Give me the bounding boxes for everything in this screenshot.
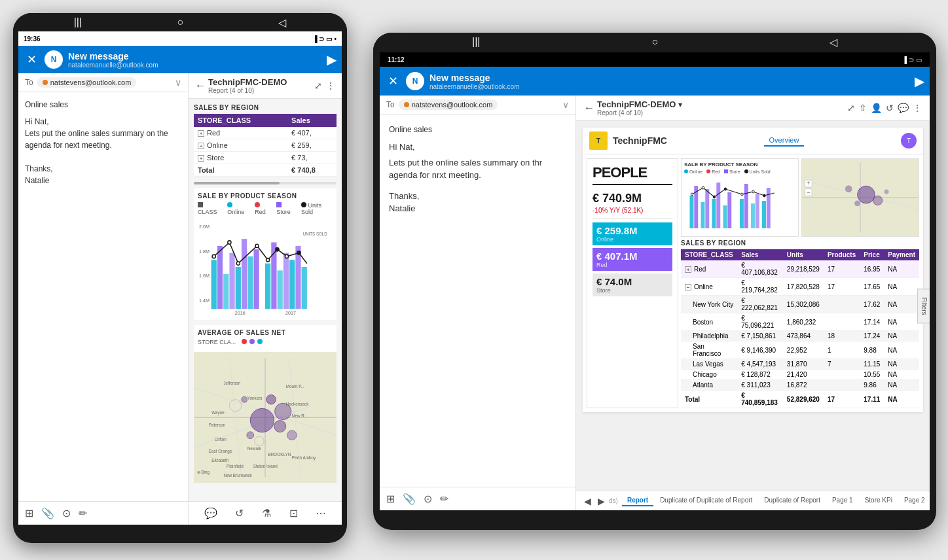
svg-point-26 xyxy=(276,248,279,251)
pbi-nav-tab[interactable]: Overview xyxy=(764,135,805,147)
email-body-line1: Hi Nat, xyxy=(389,141,566,154)
send-button-small[interactable]: ▶ xyxy=(327,52,337,67)
red-kpi: € 407.1M Red xyxy=(592,248,672,271)
close-button-large[interactable]: ✕ xyxy=(385,74,401,88)
filter-icon-small[interactable]: ⚗ xyxy=(262,507,271,519)
back-icon-small[interactable]: ← xyxy=(195,80,206,92)
tab-store-kpi[interactable]: Store KPi xyxy=(860,495,898,506)
expand-icon-large[interactable]: ⤢ xyxy=(847,103,855,113)
clipboard-icon-large[interactable]: ⊞ xyxy=(386,493,395,505)
section-title-sales: SALES BY REGION xyxy=(194,104,337,111)
third-label: Store xyxy=(596,287,668,294)
report-header-small: ← TechnipFMC-DEMO Report (4 of 10) ⤢ ⋮ xyxy=(189,73,342,99)
home-sys-large[interactable]: ○ xyxy=(651,36,658,48)
report-name-small: TechnipFMC-DEMO xyxy=(208,77,287,87)
recents-sys-large[interactable]: ◁ xyxy=(830,36,837,48)
page-tabs: ◀ ▶ ds) Report Duplicate of Duplicate of… xyxy=(576,491,930,510)
filters-tab[interactable]: Filters xyxy=(917,289,930,323)
back-sys-large[interactable]: ||| xyxy=(472,36,480,48)
status-icons-small: ▐ ⊃ ▭ • xyxy=(312,35,337,43)
report-sub-large: Report (4 of 10) xyxy=(597,109,682,116)
undo-icon-small[interactable]: ↺ xyxy=(235,507,244,519)
tab-dup[interactable]: Duplicate of Report xyxy=(759,495,826,506)
svg-point-45 xyxy=(242,396,247,402)
svg-point-23 xyxy=(236,262,240,265)
email-body-large[interactable]: Online sales Hi Nat, Lets put the online… xyxy=(380,114,575,487)
report-panel-small: ← TechnipFMC-DEMO Report (4 of 10) ⤢ ⋮ xyxy=(189,73,342,525)
svg-text:2017: 2017 xyxy=(285,310,296,316)
tab-dup-dup[interactable]: Duplicate of Duplicate of Report xyxy=(655,495,757,506)
bar-chart-svg-small: 2.0M 1.8M 1.6M 1.4M 2016 2017 xyxy=(198,218,333,316)
send-button-large[interactable]: ▶ xyxy=(915,73,924,89)
email-header-small: ✕ N New message nataleemanuelle@outlook.… xyxy=(18,46,342,73)
camera-icon-small[interactable]: ⊙ xyxy=(62,507,71,519)
pbi-nav-right: Overview xyxy=(764,135,805,147)
time-large: 11:12 xyxy=(388,56,405,63)
chat-icon-small[interactable]: 💬 xyxy=(204,507,217,519)
attachment-icon-small[interactable]: 📎 xyxy=(41,507,54,519)
comment-icon-large[interactable]: 💬 xyxy=(898,103,909,113)
email-body-small[interactable]: Online sales Hi Nat, Lets put the online… xyxy=(18,92,188,501)
user-icon-large[interactable]: 👤 xyxy=(871,103,882,113)
more-icon-small[interactable]: ⋯ xyxy=(316,507,326,519)
email-title-small: New message xyxy=(68,51,321,61)
svg-point-24 xyxy=(255,244,259,247)
refresh-icon-large[interactable]: ↺ xyxy=(886,103,894,113)
sales-region-table-large: STORE_CLASS Sales Units Products Price P… xyxy=(681,249,919,408)
recents-sys-small[interactable]: ◁ xyxy=(278,16,286,29)
sales-region-section-large: SALES BY REGION STORE_CLASS Sales Units … xyxy=(681,239,919,408)
svg-point-39 xyxy=(266,394,276,404)
svg-point-81 xyxy=(741,193,743,196)
pbi-user-avatar: T xyxy=(901,133,917,149)
prev-page-btn[interactable]: ◀ xyxy=(581,496,594,506)
report-content-large[interactable]: Filters T TechnipFMC Overview T xyxy=(576,121,930,491)
people-label: PEOPLE xyxy=(592,164,672,181)
back-sys-small[interactable]: ||| xyxy=(74,16,82,28)
pbi-top-bar: T TechnipFMC Overview T xyxy=(583,128,923,154)
svg-point-78 xyxy=(702,186,704,189)
small-tablet-screen: 19:36 ▐ ⊃ ▭ • ✕ N New message nataleeman… xyxy=(18,31,342,525)
tab-report[interactable]: Report xyxy=(622,495,653,506)
col-units: Units xyxy=(783,249,824,260)
clipboard-icon-small[interactable]: ⊞ xyxy=(25,507,33,519)
draw-icon-small[interactable]: ✏ xyxy=(79,507,87,519)
chart-section-small: SALE BY PRODUCT SEASON CLASS Online Red … xyxy=(194,188,337,320)
svg-rect-19 xyxy=(295,246,301,309)
back-icon-large[interactable]: ← xyxy=(584,102,594,114)
col-store-class: STORE_CLASS xyxy=(194,114,287,127)
chevron-down-icon-large: ∨ xyxy=(562,99,569,110)
table-row: +Red € 407,106,832 29,218,529 17 16.95 N… xyxy=(681,260,919,278)
menu-icon-large[interactable]: ⋮ xyxy=(913,103,922,113)
share-icon-large[interactable]: ⇧ xyxy=(859,103,867,113)
tab-page2[interactable]: Page 2 xyxy=(899,495,930,506)
email-compose-small: To natstevens@outlook.com ∨ Online sales… xyxy=(18,73,189,525)
dropdown-icon-large[interactable]: ▾ xyxy=(678,100,682,109)
table-row: Atlanta € 311,023 16,872 9.86 NA xyxy=(681,380,919,391)
map-mini-svg: − + xyxy=(802,159,919,236)
next-page-btn[interactable]: ▶ xyxy=(595,496,608,506)
split-view-small: To natstevens@outlook.com ∨ Online sales… xyxy=(18,73,342,525)
legend-units: Units Sold xyxy=(301,202,333,215)
scrollbar-small xyxy=(194,182,337,184)
svg-rect-17 xyxy=(283,253,289,309)
home-sys-small[interactable]: ○ xyxy=(177,16,183,28)
attachment-icon-large[interactable]: 📎 xyxy=(403,493,416,505)
svg-text:UNITS SOLD: UNITS SOLD xyxy=(303,232,327,236)
table-row: +Store € 73, xyxy=(194,152,337,164)
tab-page1[interactable]: Page 1 xyxy=(827,495,858,506)
mini-chart-legend: Online Red Store Units Sold xyxy=(684,169,795,174)
page-icon-small[interactable]: ⊡ xyxy=(289,507,298,519)
svg-rect-74 xyxy=(756,194,759,228)
close-button-small[interactable]: ✕ xyxy=(24,52,39,67)
camera-icon-large[interactable]: ⊙ xyxy=(424,493,432,505)
svg-rect-69 xyxy=(723,205,727,228)
expand-icon-small[interactable]: ⤢ xyxy=(314,80,322,91)
table-row: Philadelphia € 7,150,861 473,864 18 17.2… xyxy=(681,331,919,341)
col-store: STORE_CLASS xyxy=(681,249,737,260)
svg-rect-65 xyxy=(701,202,705,228)
report-content-small[interactable]: SALES BY REGION STORE_CLASS Sales +Red € xyxy=(189,99,342,501)
menu-icon-small[interactable]: ⋮ xyxy=(326,80,335,91)
draw-icon-large[interactable]: ✏ xyxy=(440,493,448,505)
svg-text:−: − xyxy=(807,189,810,196)
svg-rect-71 xyxy=(740,199,744,228)
